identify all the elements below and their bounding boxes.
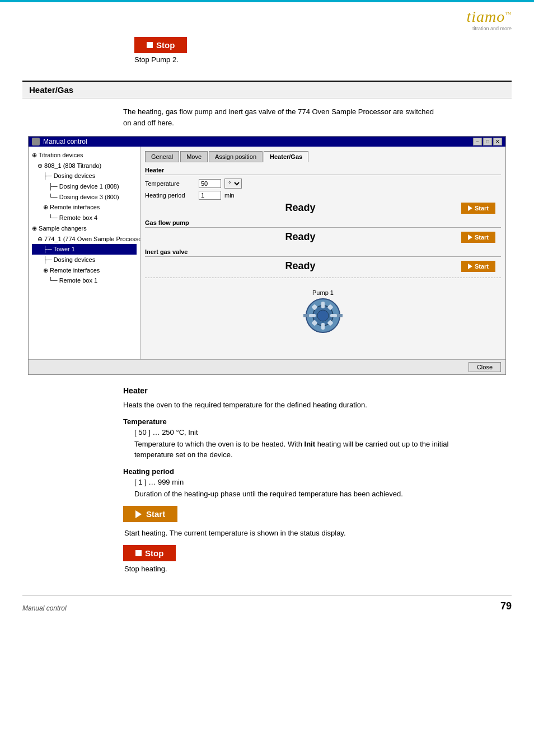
- inert-start-button[interactable]: Start: [461, 261, 495, 272]
- logo-box: tiamo™ titration and more: [466, 8, 512, 31]
- stop-btn-top-area: Stop: [134, 37, 512, 53]
- tree-item[interactable]: ├─ Dosing devices: [32, 171, 137, 181]
- gas-start-label: Start: [475, 234, 489, 241]
- tree-item[interactable]: └─ Remote box 4: [32, 213, 137, 223]
- manual-control-window: Manual control − □ ✕ ⊕ Titration devices…: [28, 136, 506, 375]
- section-heading-text: Heater/Gas: [29, 85, 73, 95]
- start-btn-large-area: Start: [123, 506, 459, 525]
- heater-device-row: Ready Start: [145, 202, 501, 214]
- inert-status: Ready: [145, 260, 456, 272]
- tree-item[interactable]: ⊕ 808_1 (808 Titrando): [32, 161, 137, 171]
- section-desc: The heating, gas flow pump and inert gas…: [123, 106, 437, 128]
- window-divider: [145, 278, 501, 278]
- tree-item[interactable]: ⊕ 774_1 (774 Oven Sample Processor): [32, 234, 137, 245]
- tab-heater-gas[interactable]: Heater/Gas: [264, 151, 308, 162]
- close-btn-label: Close: [477, 364, 493, 370]
- tree-item[interactable]: ⊕ Sample changers: [32, 223, 137, 234]
- logo-text: tiamo™: [466, 8, 512, 25]
- temperature-row: Temperature °: [145, 179, 501, 189]
- inert-start-label: Start: [475, 263, 489, 270]
- gas-status: Ready: [145, 231, 456, 243]
- logo-area: tiamo™ titration and more: [22, 8, 512, 31]
- pump-area: Pump 1: [145, 284, 501, 341]
- start-large-icon: [135, 510, 142, 518]
- heater-start-button[interactable]: Start: [461, 203, 495, 214]
- heater-section-desc: Heats the oven to the required temperatu…: [123, 400, 459, 411]
- svg-rect-12: [337, 314, 343, 317]
- inert-device-row: Ready Start: [145, 260, 501, 272]
- stop-pump-button[interactable]: Stop: [134, 37, 187, 53]
- start-large-label: Start: [146, 509, 165, 519]
- start-icon: [468, 264, 472, 269]
- lower-content: Heater Heats the oven to the required te…: [123, 386, 459, 573]
- heater-status: Ready: [145, 202, 456, 214]
- svg-rect-5: [330, 314, 337, 317]
- inert-gas-label: Inert gas valve: [145, 248, 501, 257]
- temperature-range: [ 50 ] … 250 °C, Init: [134, 428, 459, 436]
- page-footer: Manual control 79: [22, 595, 512, 612]
- temperature-dropdown[interactable]: °: [224, 179, 242, 189]
- heater-start-label: Start: [475, 205, 489, 212]
- svg-rect-2: [321, 302, 325, 308]
- tree-item[interactable]: └─ Dosing device 3 (800): [32, 192, 137, 203]
- right-panel: General Move Assign position Heater/Gas …: [140, 147, 505, 359]
- stop-btn-large-area: Stop: [123, 545, 459, 561]
- tab-bar: General Move Assign position Heater/Gas: [145, 151, 501, 162]
- heating-period-section-title: Heating period: [123, 467, 459, 476]
- pump-label: Pump 1: [312, 289, 334, 296]
- stop-heating-button[interactable]: Stop: [123, 545, 176, 561]
- heating-period-desc: Duration of the heating-up phase until t…: [134, 489, 459, 500]
- tab-general[interactable]: General: [145, 151, 179, 162]
- titlebar-title: Manual control: [32, 138, 87, 145]
- start-heating-button[interactable]: Start: [123, 506, 177, 522]
- logo-subtitle: titration and more: [466, 26, 512, 31]
- maximize-button[interactable]: □: [483, 138, 492, 145]
- heating-period-input[interactable]: [199, 191, 221, 200]
- temperature-section-title: Temperature: [123, 417, 459, 426]
- tree-item[interactable]: └─ Remote box 1: [32, 275, 137, 286]
- heating-period-range: [ 1 ] … 999 min: [134, 478, 459, 486]
- gas-device-row: Ready Start: [145, 231, 501, 243]
- start-icon: [468, 234, 472, 240]
- stop-icon: [147, 42, 153, 48]
- start-btn-caption: Start heating. The current temperature i…: [124, 529, 459, 537]
- stop-btn-caption: Stop heating.: [124, 565, 459, 573]
- window-footer: Close: [29, 359, 505, 374]
- heating-period-label: Heating period: [145, 192, 195, 199]
- tree-item[interactable]: ⊕ Remote interfaces: [32, 265, 137, 276]
- tree-item[interactable]: ├─ Dosing devices: [32, 255, 137, 265]
- heating-period-unit: min: [224, 192, 235, 199]
- gas-flow-label: Gas flow pump: [145, 219, 501, 228]
- gas-start-button[interactable]: Start: [461, 232, 495, 243]
- heater-label: Heater: [145, 167, 501, 175]
- section-heading: Heater/Gas: [22, 81, 512, 98]
- window-icon: [32, 138, 40, 145]
- page-number: 79: [500, 600, 512, 612]
- svg-rect-11: [303, 314, 309, 317]
- minimize-button[interactable]: −: [473, 138, 482, 145]
- start-icon: [468, 205, 472, 211]
- footer-label: Manual control: [22, 604, 67, 612]
- close-window-button[interactable]: ✕: [493, 138, 502, 145]
- tree-item[interactable]: ├─ Dosing device 1 (808): [32, 181, 137, 192]
- window-body: ⊕ Titration devices ⊕ 808_1 (808 Titrand…: [29, 147, 505, 359]
- stop-large-label: Stop: [145, 548, 163, 558]
- tree-item[interactable]: ⊕ Titration devices: [32, 150, 137, 161]
- stop-btn-label: Stop: [156, 40, 175, 50]
- temperature-input[interactable]: [199, 179, 221, 188]
- tab-move[interactable]: Move: [180, 151, 208, 162]
- pump-illustration: [303, 296, 343, 335]
- titlebar-controls: − □ ✕: [473, 138, 502, 145]
- svg-point-10: [317, 310, 329, 321]
- tree-panel: ⊕ Titration devices ⊕ 808_1 (808 Titrand…: [29, 147, 140, 359]
- heating-period-row: Heating period min: [145, 191, 501, 200]
- window-close-button[interactable]: Close: [469, 362, 501, 372]
- tree-item[interactable]: ⊕ Remote interfaces: [32, 202, 137, 213]
- temperature-label: Temperature: [145, 180, 195, 187]
- logo-tm: ™: [505, 11, 512, 17]
- tab-assign-position[interactable]: Assign position: [209, 151, 263, 162]
- tree-item-selected[interactable]: ├─ Tower 1: [32, 244, 137, 255]
- svg-rect-4: [309, 314, 316, 317]
- temperature-desc: Temperature to which the oven is to be h…: [134, 439, 459, 461]
- stop-large-icon: [135, 550, 142, 556]
